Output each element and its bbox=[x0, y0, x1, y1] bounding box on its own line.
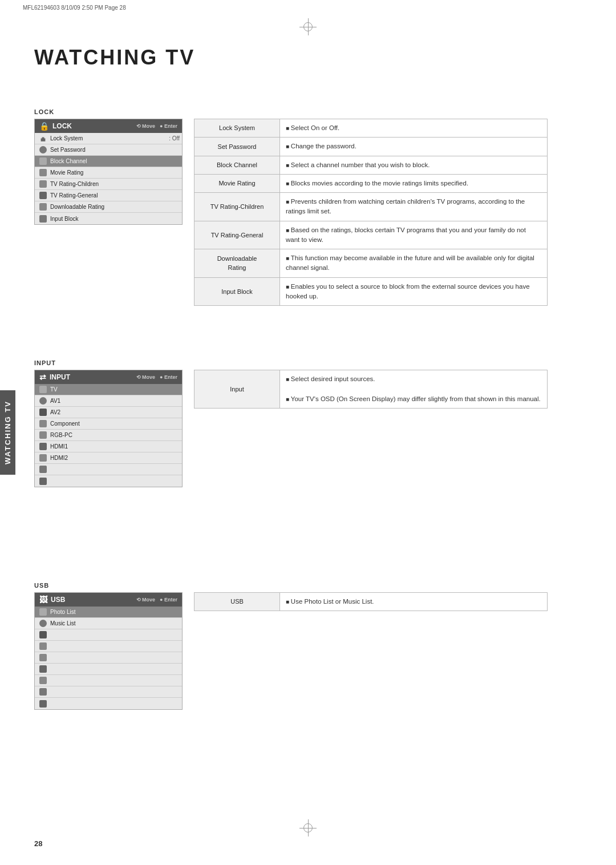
lock-desc-row-lock-system: Lock System Select On or Off. bbox=[194, 119, 548, 138]
lock-menu-row-input-block[interactable]: Input Block bbox=[35, 213, 182, 224]
lock-desc-text-lock-system: Select On or Off. bbox=[280, 119, 548, 138]
usb-empty-4-icon bbox=[39, 665, 47, 673]
lock-desc-row-movie-rating: Movie Rating Blocks movies according to … bbox=[194, 174, 548, 192]
lock-menu-row-tv-rating-children[interactable]: TV Rating-Children bbox=[35, 179, 182, 190]
lock-desc-term-input-block: Input Block bbox=[194, 277, 280, 306]
lock-menu-nav: ⟲ Move ● Enter bbox=[136, 123, 177, 129]
input-extra-icon bbox=[39, 466, 47, 473]
usb-menu-row-music-list[interactable]: Music List bbox=[35, 618, 182, 629]
usb-section: USB 🖼 USB ⟲ Move ● Enter Photo List Musi… bbox=[34, 582, 548, 710]
lock-section-label: LOCK bbox=[34, 108, 548, 115]
usb-desc-text: Use Photo List or Music List. bbox=[280, 593, 548, 611]
input-desc-text: Select desired input sources. Your TV's … bbox=[280, 370, 548, 409]
lock-desc-row-block-channel: Block Channel Select a channel number th… bbox=[194, 156, 548, 174]
input-section-label: INPUT bbox=[34, 359, 548, 366]
input-menu-title: ⇄ INPUT bbox=[39, 373, 70, 382]
lock-desc-term-movie-rating: Movie Rating bbox=[194, 174, 280, 192]
lock-section: LOCK 🔒 LOCK ⟲ Move ● Enter Lock System :… bbox=[34, 108, 548, 306]
usb-desc-term: USB bbox=[194, 593, 280, 611]
usb-menu-row-empty2 bbox=[35, 641, 182, 652]
lock-desc-term-set-password: Set Password bbox=[194, 138, 280, 156]
lock-desc-term-tv-rating-general: TV Rating-General bbox=[194, 221, 280, 249]
lock-menu-title: 🔒 LOCK bbox=[39, 122, 72, 131]
input-menu-row-tv[interactable]: TV bbox=[35, 384, 182, 395]
lock-desc-row-tv-rating-children: TV Rating-Children Prevents children fro… bbox=[194, 193, 548, 221]
usb-menu-row-empty3 bbox=[35, 652, 182, 664]
lock-desc-row-downloadable-rating: DownloadableRating This function may bec… bbox=[194, 249, 548, 278]
tv-rating-general-icon bbox=[39, 192, 47, 199]
usb-menu-nav: ⟲ Move ● Enter bbox=[136, 597, 177, 603]
input-menu-row-component[interactable]: Component bbox=[35, 418, 182, 430]
usb-menu-row-empty5 bbox=[35, 675, 182, 686]
input-menu-row-rgb-pc[interactable]: RGB-PC bbox=[35, 430, 182, 441]
file-info: MFL62194603 8/10/09 2:50 PM Page 28 bbox=[23, 5, 126, 11]
usb-section-label: USB bbox=[34, 582, 548, 589]
lock-menu-row-block-channel[interactable]: Block Channel bbox=[35, 156, 182, 167]
input-desc-row: Input Select desired input sources. Your… bbox=[194, 370, 548, 409]
lock-desc-text-input-block: Enables you to select a source to block … bbox=[280, 277, 548, 306]
lock-desc-table: Lock System Select On or Off. Set Passwo… bbox=[194, 119, 548, 306]
input-menu-row-empty2 bbox=[35, 475, 182, 487]
movie-rating-icon bbox=[39, 169, 47, 176]
side-tab: WATCHING TV bbox=[0, 390, 15, 475]
lock-desc-row-tv-rating-general: TV Rating-General Based on the ratings, … bbox=[194, 221, 548, 249]
input-menu-row-hdmi1[interactable]: HDMI1 bbox=[35, 441, 182, 452]
usb-menu-row-empty6 bbox=[35, 686, 182, 698]
lock-desc-term-lock-system: Lock System bbox=[194, 119, 280, 138]
block-channel-icon bbox=[39, 157, 47, 165]
usb-empty-1-icon bbox=[39, 631, 47, 638]
lock-menu-row-lock-system[interactable]: Lock System : Off bbox=[35, 133, 182, 144]
lock-menu-row-tv-rating-general[interactable]: TV Rating-General bbox=[35, 190, 182, 201]
usb-menu-row-photo-list[interactable]: Photo List bbox=[35, 607, 182, 618]
lock-menu-row-set-password[interactable]: Set Password bbox=[35, 144, 182, 156]
lock-desc-text-movie-rating: Blocks movies according to the movie rat… bbox=[280, 174, 548, 192]
input-block-icon bbox=[39, 215, 47, 223]
lock-desc-term-tv-rating-children: TV Rating-Children bbox=[194, 193, 280, 221]
lock-desc-text-block-channel: Select a channel number that you wish to… bbox=[280, 156, 548, 174]
usb-empty-2-icon bbox=[39, 642, 47, 650]
usb-menu-box: 🖼 USB ⟲ Move ● Enter Photo List Music Li… bbox=[34, 592, 183, 710]
music-list-icon bbox=[39, 620, 47, 627]
lock-desc-text-tv-rating-general: Based on the ratings, blocks certain TV … bbox=[280, 221, 548, 249]
usb-menu-row-empty7 bbox=[35, 698, 182, 709]
usb-menu-header: 🖼 USB ⟲ Move ● Enter bbox=[35, 593, 182, 607]
usb-sub-icon bbox=[39, 478, 47, 485]
lock-menu-header: 🔒 LOCK ⟲ Move ● Enter bbox=[35, 119, 182, 133]
lock-menu-row-downloadable-rating[interactable]: Downloadable Rating bbox=[35, 201, 182, 213]
usb-empty-7-icon bbox=[39, 700, 47, 708]
lock-desc-row-input-block: Input Block Enables you to select a sour… bbox=[194, 277, 548, 306]
input-menu-row-hdmi2[interactable]: HDMI2 bbox=[35, 452, 182, 464]
input-menu-row-av2[interactable]: AV2 bbox=[35, 407, 182, 418]
input-menu-box: ⇄ INPUT ⟲ Move ● Enter TV AV1 AV2 bbox=[34, 370, 183, 487]
usb-empty-3-icon bbox=[39, 654, 47, 661]
lock-desc-text-downloadable-rating: This function may become available in th… bbox=[280, 249, 548, 278]
input-menu-header: ⇄ INPUT ⟲ Move ● Enter bbox=[35, 370, 182, 384]
lock-desc-term-downloadable-rating: DownloadableRating bbox=[194, 249, 280, 278]
hdmi1-icon bbox=[39, 443, 47, 450]
input-desc-table: Input Select desired input sources. Your… bbox=[194, 370, 548, 409]
password-icon bbox=[39, 146, 47, 153]
downloadable-rating-icon bbox=[39, 203, 47, 211]
usb-menu-row-empty4 bbox=[35, 664, 182, 675]
lock-desc-text-tv-rating-children: Prevents children from watching certain … bbox=[280, 193, 548, 221]
rgb-pc-icon bbox=[39, 431, 47, 439]
hdmi2-icon bbox=[39, 454, 47, 462]
lock-menu-row-movie-rating[interactable]: Movie Rating bbox=[35, 167, 182, 179]
usb-empty-5-icon bbox=[39, 677, 47, 684]
usb-desc-table: USB Use Photo List or Music List. bbox=[194, 592, 548, 611]
tv-rating-children-icon bbox=[39, 180, 47, 188]
lock-desc-text-set-password: Change the password. bbox=[280, 138, 548, 156]
usb-menu-row-empty1 bbox=[35, 629, 182, 641]
input-menu-row-empty1 bbox=[35, 464, 182, 475]
lock-desc-term-block-channel: Block Channel bbox=[194, 156, 280, 174]
av2-icon bbox=[39, 409, 47, 416]
lock-desc-row-set-password: Set Password Change the password. bbox=[194, 138, 548, 156]
usb-menu-title: 🖼 USB bbox=[39, 595, 65, 604]
page-title: WATCHING TV bbox=[34, 46, 195, 70]
tv-icon bbox=[39, 386, 47, 393]
av1-icon bbox=[39, 397, 47, 405]
input-menu-row-av1[interactable]: AV1 bbox=[35, 395, 182, 407]
lock-menu-box: 🔒 LOCK ⟲ Move ● Enter Lock System : Off … bbox=[34, 119, 183, 225]
input-section: INPUT ⇄ INPUT ⟲ Move ● Enter TV AV1 bbox=[34, 359, 548, 487]
page-number: 28 bbox=[34, 839, 42, 848]
